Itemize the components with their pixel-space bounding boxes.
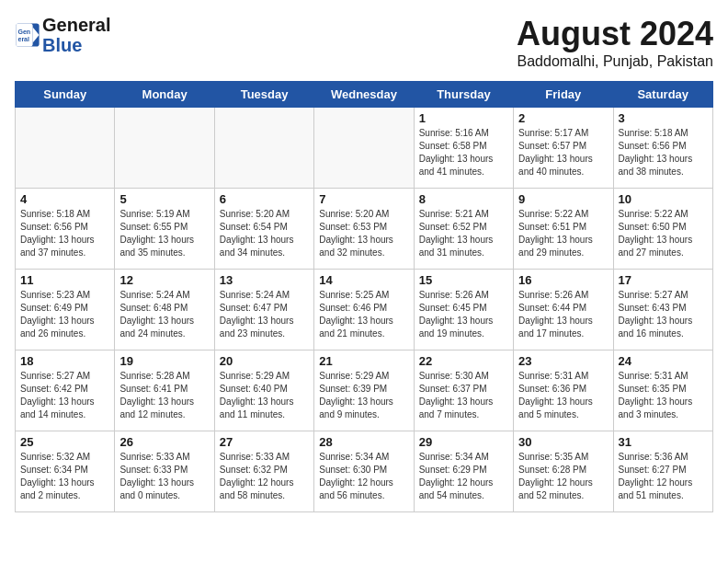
day-number: 13 xyxy=(220,273,309,287)
calendar-cell: 4Sunrise: 5:18 AM Sunset: 6:56 PM Daylig… xyxy=(16,189,115,270)
day-info: Sunrise: 5:19 AM Sunset: 6:55 PM Dayligh… xyxy=(119,208,209,259)
logo-line2: Blue xyxy=(42,35,82,55)
calendar-cell: 29Sunrise: 5:34 AM Sunset: 6:29 PM Dayli… xyxy=(414,431,513,512)
day-number: 29 xyxy=(419,435,508,449)
calendar-cell: 26Sunrise: 5:33 AM Sunset: 6:33 PM Dayli… xyxy=(115,431,214,512)
calendar-cell: 19Sunrise: 5:28 AM Sunset: 6:41 PM Dayli… xyxy=(115,350,214,431)
calendar-week-5: 25Sunrise: 5:32 AM Sunset: 6:34 PM Dayli… xyxy=(16,431,713,512)
day-info: Sunrise: 5:31 AM Sunset: 6:35 PM Dayligh… xyxy=(619,370,708,421)
calendar-cell xyxy=(16,108,115,189)
day-number: 12 xyxy=(119,273,209,287)
day-info: Sunrise: 5:27 AM Sunset: 6:43 PM Dayligh… xyxy=(619,289,708,340)
day-info: Sunrise: 5:24 AM Sunset: 6:48 PM Dayligh… xyxy=(119,289,209,340)
calendar-cell: 28Sunrise: 5:34 AM Sunset: 6:30 PM Dayli… xyxy=(314,431,414,512)
title-block: August 2024 Baddomalhi, Punjab, Pakistan xyxy=(517,15,713,70)
calendar-week-1: 1Sunrise: 5:16 AM Sunset: 6:58 PM Daylig… xyxy=(16,108,713,189)
calendar-cell: 12Sunrise: 5:24 AM Sunset: 6:48 PM Dayli… xyxy=(115,270,214,350)
svg-rect-2 xyxy=(16,23,32,46)
day-number: 21 xyxy=(319,354,408,368)
day-info: Sunrise: 5:22 AM Sunset: 6:51 PM Dayligh… xyxy=(518,208,608,259)
calendar-week-2: 4Sunrise: 5:18 AM Sunset: 6:56 PM Daylig… xyxy=(16,189,713,270)
calendar-cell: 13Sunrise: 5:24 AM Sunset: 6:47 PM Dayli… xyxy=(214,270,313,350)
calendar-cell: 2Sunrise: 5:17 AM Sunset: 6:57 PM Daylig… xyxy=(514,108,613,189)
day-info: Sunrise: 5:29 AM Sunset: 6:40 PM Dayligh… xyxy=(220,370,309,421)
day-info: Sunrise: 5:21 AM Sunset: 6:52 PM Dayligh… xyxy=(419,208,508,259)
day-info: Sunrise: 5:31 AM Sunset: 6:36 PM Dayligh… xyxy=(518,370,608,421)
calendar-week-4: 18Sunrise: 5:27 AM Sunset: 6:42 PM Dayli… xyxy=(16,350,713,431)
day-info: Sunrise: 5:32 AM Sunset: 6:34 PM Dayligh… xyxy=(20,451,109,502)
day-info: Sunrise: 5:33 AM Sunset: 6:32 PM Dayligh… xyxy=(220,451,309,502)
day-number: 15 xyxy=(419,273,508,287)
day-number: 1 xyxy=(419,111,508,125)
day-number: 25 xyxy=(20,435,109,449)
day-number: 2 xyxy=(518,111,608,125)
day-info: Sunrise: 5:17 AM Sunset: 6:57 PM Dayligh… xyxy=(518,127,608,178)
day-info: Sunrise: 5:23 AM Sunset: 6:49 PM Dayligh… xyxy=(20,289,109,340)
day-info: Sunrise: 5:22 AM Sunset: 6:50 PM Dayligh… xyxy=(619,208,708,259)
weekday-header-tuesday: Tuesday xyxy=(214,82,313,108)
weekday-header-friday: Friday xyxy=(514,82,613,108)
svg-text:Gen: Gen xyxy=(18,29,31,35)
calendar-cell xyxy=(314,108,414,189)
calendar-cell: 20Sunrise: 5:29 AM Sunset: 6:40 PM Dayli… xyxy=(214,350,313,431)
day-number: 10 xyxy=(619,192,708,206)
weekday-header-thursday: Thursday xyxy=(414,82,513,108)
day-number: 14 xyxy=(319,273,408,287)
day-info: Sunrise: 5:18 AM Sunset: 6:56 PM Dayligh… xyxy=(20,208,109,259)
day-number: 8 xyxy=(419,192,508,206)
calendar-cell: 31Sunrise: 5:36 AM Sunset: 6:27 PM Dayli… xyxy=(613,431,712,512)
calendar-cell: 21Sunrise: 5:29 AM Sunset: 6:39 PM Dayli… xyxy=(314,350,414,431)
day-info: Sunrise: 5:26 AM Sunset: 6:45 PM Dayligh… xyxy=(419,289,508,340)
calendar-cell: 6Sunrise: 5:20 AM Sunset: 6:54 PM Daylig… xyxy=(214,189,313,270)
logo-line1: General xyxy=(42,15,110,35)
day-number: 17 xyxy=(619,273,708,287)
day-info: Sunrise: 5:20 AM Sunset: 6:54 PM Dayligh… xyxy=(220,208,309,259)
logo: Gen eral General Blue xyxy=(15,15,110,55)
day-number: 30 xyxy=(518,435,608,449)
day-number: 18 xyxy=(20,354,109,368)
day-number: 31 xyxy=(619,435,708,449)
day-info: Sunrise: 5:29 AM Sunset: 6:39 PM Dayligh… xyxy=(319,370,408,421)
day-info: Sunrise: 5:34 AM Sunset: 6:29 PM Dayligh… xyxy=(419,451,508,502)
calendar-cell: 24Sunrise: 5:31 AM Sunset: 6:35 PM Dayli… xyxy=(613,350,712,431)
day-info: Sunrise: 5:36 AM Sunset: 6:27 PM Dayligh… xyxy=(619,451,708,502)
day-info: Sunrise: 5:26 AM Sunset: 6:44 PM Dayligh… xyxy=(518,289,608,340)
calendar-cell xyxy=(214,108,313,189)
day-info: Sunrise: 5:20 AM Sunset: 6:53 PM Dayligh… xyxy=(319,208,408,259)
day-info: Sunrise: 5:28 AM Sunset: 6:41 PM Dayligh… xyxy=(119,370,209,421)
day-info: Sunrise: 5:34 AM Sunset: 6:30 PM Dayligh… xyxy=(319,451,408,502)
calendar-cell xyxy=(115,108,214,189)
day-info: Sunrise: 5:27 AM Sunset: 6:42 PM Dayligh… xyxy=(20,370,109,421)
day-number: 5 xyxy=(119,192,209,206)
weekday-header-sunday: Sunday xyxy=(16,82,115,108)
day-number: 20 xyxy=(220,354,309,368)
calendar-cell: 23Sunrise: 5:31 AM Sunset: 6:36 PM Dayli… xyxy=(514,350,613,431)
month-year: August 2024 xyxy=(517,15,713,53)
calendar-cell: 27Sunrise: 5:33 AM Sunset: 6:32 PM Dayli… xyxy=(214,431,313,512)
weekday-header-monday: Monday xyxy=(115,82,214,108)
day-number: 3 xyxy=(619,111,708,125)
day-info: Sunrise: 5:30 AM Sunset: 6:37 PM Dayligh… xyxy=(419,370,508,421)
day-number: 6 xyxy=(220,192,309,206)
day-number: 19 xyxy=(119,354,209,368)
day-number: 28 xyxy=(319,435,408,449)
day-info: Sunrise: 5:16 AM Sunset: 6:58 PM Dayligh… xyxy=(419,127,508,178)
day-number: 16 xyxy=(518,273,608,287)
day-number: 24 xyxy=(619,354,708,368)
day-number: 27 xyxy=(220,435,309,449)
day-number: 11 xyxy=(20,273,109,287)
page-header: Gen eral General Blue August 2024 Baddom… xyxy=(15,15,713,70)
calendar-cell: 5Sunrise: 5:19 AM Sunset: 6:55 PM Daylig… xyxy=(115,189,214,270)
day-number: 7 xyxy=(319,192,408,206)
weekday-header-wednesday: Wednesday xyxy=(314,82,414,108)
calendar-cell: 25Sunrise: 5:32 AM Sunset: 6:34 PM Dayli… xyxy=(16,431,115,512)
day-number: 26 xyxy=(119,435,209,449)
day-number: 23 xyxy=(518,354,608,368)
weekday-header-row: SundayMondayTuesdayWednesdayThursdayFrid… xyxy=(16,82,713,108)
calendar-week-3: 11Sunrise: 5:23 AM Sunset: 6:49 PM Dayli… xyxy=(16,270,713,350)
calendar-table: SundayMondayTuesdayWednesdayThursdayFrid… xyxy=(15,81,713,512)
calendar-cell: 15Sunrise: 5:26 AM Sunset: 6:45 PM Dayli… xyxy=(414,270,513,350)
calendar-cell: 11Sunrise: 5:23 AM Sunset: 6:49 PM Dayli… xyxy=(16,270,115,350)
calendar-cell: 8Sunrise: 5:21 AM Sunset: 6:52 PM Daylig… xyxy=(414,189,513,270)
logo-icon: Gen eral xyxy=(15,22,40,48)
